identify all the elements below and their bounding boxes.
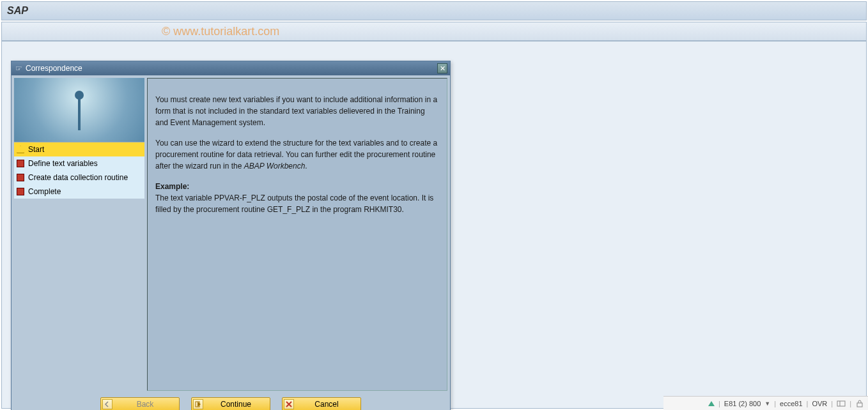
cancel-label: Cancel: [297, 400, 357, 409]
continue-icon: [193, 399, 203, 409]
dialog-icon: ☞: [14, 64, 23, 73]
app-title: SAP: [7, 5, 28, 17]
cancel-button[interactable]: Cancel: [282, 397, 361, 410]
example-text: The text variable PPVAR-F_PLZ outputs th…: [155, 194, 433, 214]
wizard-dialog: ☞ Correspondence ✕ Start Define text var…: [11, 61, 451, 410]
wizard-step-define-text-variables[interactable]: Define text variables: [14, 156, 144, 171]
step-label: Start: [28, 144, 44, 155]
step-label: Complete: [28, 186, 61, 197]
status-triangle-icon: [708, 401, 715, 406]
step-pending-icon: [17, 160, 24, 167]
wizard-step-start[interactable]: Start: [14, 142, 144, 156]
cancel-icon: [284, 399, 294, 409]
wizard-step-complete[interactable]: Complete: [14, 185, 144, 199]
svg-rect-1: [837, 401, 845, 406]
step-pending-icon: [17, 174, 24, 181]
dialog-title: Correspondence: [26, 64, 437, 73]
warning-triangle-icon: [17, 146, 24, 153]
step-pending-icon: [17, 188, 24, 195]
app-toolbar: © www.tutorialkart.com: [1, 22, 867, 41]
wizard-step-create-data-collection[interactable]: Create data collection routine: [14, 171, 144, 185]
back-label: Back: [115, 400, 175, 409]
step-label: Create data collection routine: [28, 172, 128, 183]
wizard-content: You must create new text variables if yo…: [147, 78, 447, 391]
example-label: Example:: [155, 182, 189, 191]
dialog-footer: Back Continue Cancel: [12, 393, 450, 410]
watermark-text: © www.tutorialkart.com: [162, 25, 279, 38]
step-label: Define text variables: [28, 158, 98, 169]
status-mode: OVR: [812, 400, 827, 407]
close-icon[interactable]: ✕: [437, 63, 447, 73]
status-system[interactable]: E81 (2) 800: [724, 400, 761, 407]
continue-label: Continue: [206, 400, 266, 409]
svg-rect-3: [857, 403, 862, 407]
intro-paragraph-1: You must create new text variables if yo…: [155, 94, 439, 128]
lock-icon[interactable]: [855, 399, 864, 408]
dropdown-icon[interactable]: ▼: [764, 400, 770, 407]
layout-icon[interactable]: [837, 399, 846, 408]
status-bar: | E81 (2) 800 ▼ | ecce81 | OVR | |: [663, 396, 868, 410]
example-block: Example: The text variable PPVAR-F_PLZ o…: [155, 181, 439, 215]
wizard-decorative-image: [14, 78, 144, 142]
back-button[interactable]: Back: [100, 397, 180, 410]
title-bar: SAP: [1, 1, 867, 20]
status-server: ecce81: [780, 400, 802, 407]
main-area: ☞ Correspondence ✕ Start Define text var…: [1, 41, 867, 409]
dialog-body: Start Define text variables Create data …: [12, 75, 450, 393]
wizard-nav: Start Define text variables Create data …: [14, 78, 144, 391]
dialog-titlebar: ☞ Correspondence ✕: [12, 61, 450, 75]
continue-button[interactable]: Continue: [191, 397, 270, 410]
wizard-steps: Start Define text variables Create data …: [14, 142, 144, 199]
back-icon: [102, 399, 112, 409]
intro-paragraph-2: You can use the wizard to extend the str…: [155, 137, 439, 172]
